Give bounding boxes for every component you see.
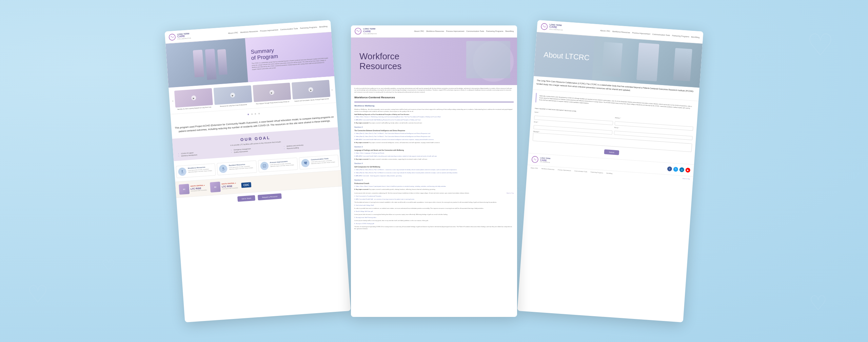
left-page-card: LONG TERM CARE COLLABORATIVE About LTRC … (165, 20, 351, 322)
left-logo-sub: COLLABORATIVE (177, 37, 191, 40)
goal-col-3: Wellness and community Resource building (284, 142, 334, 150)
right-page-card: LONG TERM CARE COLLABORATIVE About LTRC … (517, 20, 704, 322)
svg-point-11 (545, 25, 546, 26)
footer-about[interactable]: About LTRC (531, 167, 538, 169)
right-footer-logo: LONG TERM CARE COLLABORATIVE (531, 155, 558, 165)
play-icon-4[interactable]: ▶ (308, 87, 313, 92)
section5-title: Professional Growth (354, 182, 514, 185)
scroll-to-top[interactable]: Back to Top (507, 192, 514, 194)
right-logo-sub: COLLABORATIVE (549, 28, 563, 31)
workforce-icon (178, 167, 187, 176)
section2-item4: 4. Key topics covered: Key topics covere… (354, 142, 514, 144)
section2-item3: 3. APA: APA: Connected Health Staff and … (354, 139, 514, 141)
section-divider-1 (354, 102, 514, 102)
center-nav-about[interactable]: About LTRC (414, 30, 424, 32)
get-in-touch-button[interactable]: Get In Touch (237, 195, 255, 202)
right-hero-title: About LTCRC (540, 46, 593, 66)
center-nav: LONG TERM CARE COLLABORATIVE About LTRC … (351, 25, 517, 38)
right-logo: LONG TERM CARE COLLABORATIVE (540, 22, 568, 32)
section4-title: Self-Compassion for Self-Wellbeing (354, 166, 514, 168)
section4-item3: 3. APA: APA: Connected - fostering great… (354, 175, 514, 177)
additional-content-8: Lorem ipsum dolor sit amet, is a nursing… (354, 214, 514, 216)
right-nav-about[interactable]: About LTRC (600, 29, 610, 32)
footer-comm[interactable]: Communication Tools (574, 170, 587, 173)
center-nav-process[interactable]: Process Improvement (446, 30, 465, 32)
additional-content-7: 4. South College Self-Care pdf (354, 210, 514, 213)
request-resource-button[interactable]: Request a Resource (258, 193, 282, 200)
carousel-next[interactable]: › (331, 87, 333, 91)
right-nav-workforce[interactable]: Workforce Resources (612, 30, 630, 33)
section1-desc: Workforce Wellbeing – As a first-respond… (354, 108, 514, 113)
resident-icon (219, 164, 228, 173)
center-nav-benefit[interactable]: Benefiting (506, 30, 514, 32)
section5-item1: 1. Video: Video: Week 5 lesson 5 partici… (354, 185, 514, 187)
svg-point-1 (171, 36, 171, 37)
section5-label: Section 5 (354, 179, 514, 182)
section2-item1: 1. Video (Part 1): Video (Part 1): Part … (354, 133, 514, 135)
nav-about[interactable]: About LTRC (228, 31, 238, 34)
icon-card-comm[interactable]: Communication Tools Lorem ipsum dolor si… (299, 155, 339, 169)
social-icons: f 𝕏 in ▶ (667, 166, 690, 173)
carousel-prev[interactable]: ‹ (172, 99, 174, 102)
svg-point-10 (543, 25, 544, 26)
logo-badge-2: SC SOUTH CENTRAL ● LTC RISE Lorem ipsum … (210, 180, 238, 193)
cdc-logo: CDC (241, 182, 251, 188)
footer-partner[interactable]: Partnering Programs (591, 171, 603, 174)
nav-comm[interactable]: Communication Tools (280, 27, 298, 31)
center-nav-links: About LTRC Workforce Resources Process I… (414, 30, 514, 32)
center-page-title: Workforce-Centered Resources (354, 96, 514, 100)
play-icon-2[interactable]: ▶ (230, 93, 235, 98)
right-nav-links: About LTRC Workforce Resources Process I… (600, 29, 700, 38)
right-nav-benefit[interactable]: Benefiting (691, 36, 700, 38)
goal-col-2: Emergency management Quality improvement (231, 145, 281, 154)
section1-item1: 1. Video: Video: Session 1: Rethinking, … (354, 116, 514, 118)
nav-process[interactable]: Process Improvement (260, 28, 278, 32)
play-icon-3[interactable]: ▶ (269, 90, 274, 95)
section1-item2: 2. APA: APA: Connected Health Staff Well… (354, 119, 514, 121)
process-icon (260, 161, 269, 170)
footer-workforce[interactable]: Workforce Resources (541, 167, 555, 170)
center-nav-workforce[interactable]: Workforce Resources (426, 30, 444, 32)
footer-process[interactable]: Process Improvement (558, 169, 571, 172)
comm-icon (301, 159, 310, 167)
play-icon-1[interactable]: ▶ (191, 95, 196, 100)
icon-card-workforce[interactable]: Workforce Resources Lorem ipsum dolor si… (176, 163, 216, 178)
additional-content-2: 1. Visit Connected to Foundational Princ… (354, 195, 514, 197)
icon-card-resident[interactable]: Resident Resources Lorem ipsum dolor sit… (217, 160, 257, 175)
submit-button[interactable]: Submit (604, 149, 619, 155)
twitter-icon[interactable]: 𝕏 (673, 167, 678, 172)
right-nav-comm[interactable]: Communication Tools (652, 33, 670, 36)
carousel-item-1: ▶ Benefits of a Peer Learning Network fo… (174, 88, 213, 110)
footer-benefit[interactable]: Benefiting (606, 172, 612, 174)
section1-item3: 3. Key topics covered: Key topics covere… (354, 122, 514, 124)
left-nav-links: About LTRC Workforce Resources Process I… (228, 25, 328, 34)
right-nav-partner[interactable]: Partnering Programs (672, 34, 689, 38)
youtube-icon[interactable]: ▶ (685, 167, 690, 173)
center-nav-comm[interactable]: Communication Tools (466, 30, 484, 32)
carousel-item-2: ▶ Resources for Long-Term Care Professio… (213, 85, 252, 107)
additional-content-11: 6. Survey to LTCRC Findings pdf (354, 223, 514, 225)
center-hero: Workforce Resources (351, 38, 517, 85)
carousel-item-4: ▶ Support and Consultation: Stories Thro… (292, 80, 330, 102)
section2-item2: 2. Video (Part 2): Video (Part 2): Part … (354, 136, 514, 138)
section4-item1: 1. Video (Part 1): Video (Part 1): Part … (354, 169, 514, 171)
section2-title: The Connection Between Emotional Intelli… (354, 129, 514, 132)
nav-partner[interactable]: Partnering Programs (300, 26, 317, 29)
center-nav-partner[interactable]: Partnering Programs (486, 30, 504, 32)
svg-point-3 (181, 170, 183, 172)
back-to-top[interactable]: Back to Top (683, 178, 690, 180)
additional-content-9: 5. Nursing home Staff Training video (354, 217, 514, 219)
nav-workforce[interactable]: Workforce Resources (240, 30, 258, 33)
section3-item3: 3. Key topics covered: Key topics covere… (354, 158, 514, 160)
icon-card-process[interactable]: Process Improvement Lorem ipsum dolor si… (258, 157, 298, 172)
svg-rect-5 (263, 164, 266, 167)
additional-content-4: The foundational nature of nursing home … (354, 201, 514, 203)
facebook-icon[interactable]: f (667, 166, 672, 171)
logo-badge-1: SC SOUTH CENTRAL ● LTC RISE Lorem ipsum … (179, 182, 207, 195)
right-nav-process[interactable]: Process Improvement (632, 32, 650, 35)
svg-point-2 (173, 36, 174, 37)
goal-col-1: COVID-19 support Workforce development (178, 149, 229, 157)
carousel-item-3: ▶ Peer Support Through Project ECHO Duri… (253, 82, 291, 105)
linkedin-icon[interactable]: in (679, 167, 684, 172)
nav-benefit[interactable]: Benefiting (319, 25, 328, 28)
